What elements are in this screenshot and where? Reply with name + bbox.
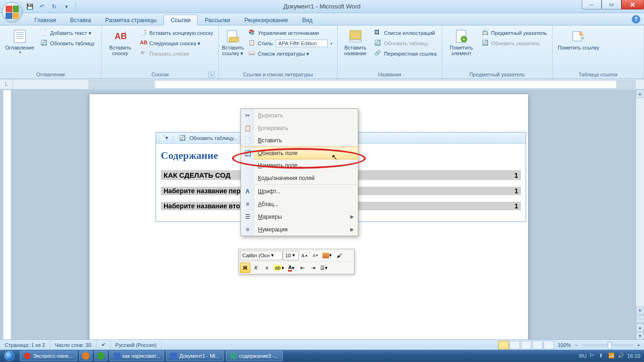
decrease-indent-button[interactable]: ⇤	[297, 263, 307, 273]
insert-caption-button[interactable]: Вставить название	[340, 27, 370, 70]
toc-select-icon[interactable]: 📄▾	[159, 135, 168, 141]
task-item[interactable]: как нарисоват...	[109, 351, 165, 361]
ctx-bullets[interactable]: ☰Маркеры▶	[241, 210, 358, 223]
insert-citation-button[interactable]: Вставить ссылку ▾	[222, 27, 244, 70]
ctx-paste[interactable]: 📄Вставить	[241, 134, 358, 147]
view-outline[interactable]	[532, 341, 543, 349]
tray-flag-icon[interactable]: 🏳	[589, 353, 596, 359]
tab-view[interactable]: Вид	[295, 15, 320, 25]
ribbon: Оглавление ▼ 📄Добавить текст ▾ 🔄Обновить…	[0, 25, 644, 79]
view-full-screen[interactable]	[510, 341, 520, 349]
svg-rect-8	[229, 37, 239, 42]
view-draft[interactable]	[544, 341, 554, 349]
toc-label: Оглавление	[5, 45, 34, 50]
ruler-corner[interactable]: L	[0, 79, 13, 89]
tab-home[interactable]: Главная	[27, 15, 63, 25]
task-item[interactable]	[94, 351, 107, 361]
tray-network-icon[interactable]: 📶	[608, 353, 615, 359]
highlight-button[interactable]: ab▾	[272, 263, 286, 273]
toc-header-label[interactable]: Обновить таблицу...	[190, 135, 238, 141]
task-item[interactable]	[79, 351, 92, 361]
grow-font-button[interactable]: A▲	[299, 250, 310, 261]
qat-customize[interactable]: ▾	[61, 1, 72, 12]
show-footnotes-button[interactable]: 👁Показать сноски	[138, 49, 215, 58]
ctx-paragraph[interactable]: ≡Абзац...	[241, 197, 358, 210]
shrink-font-button[interactable]: A▼	[310, 250, 321, 261]
group-captions-label: Названия	[340, 70, 439, 79]
help-button[interactable]: ?	[632, 15, 640, 24]
window-title: Документ1 - Microsoft Word	[0, 3, 644, 10]
ctx-toggle-codes[interactable]: Коды/значения полей	[241, 172, 358, 184]
update-index-button[interactable]: 🔄Обновить указатель	[479, 39, 549, 48]
next-footnote-button[interactable]: ABСледующая сноска ▾	[138, 39, 215, 48]
task-item[interactable]: содержание3 -...	[226, 351, 283, 361]
svg-text:1: 1	[124, 31, 126, 35]
add-text-button[interactable]: 📄Добавить текст ▾	[38, 28, 97, 38]
update-table-button[interactable]: 🔄Обновить таблицу	[38, 39, 97, 48]
qat-undo[interactable]: ↶	[37, 1, 47, 12]
bold-button[interactable]: Ж	[240, 263, 250, 273]
mini-size-combo[interactable]: 10 ▾	[283, 251, 299, 260]
format-painter-button[interactable]: 🖌	[334, 250, 344, 261]
tab-insert[interactable]: Вставка	[63, 15, 99, 25]
status-page[interactable]: Страница: 1 из 2	[0, 340, 50, 350]
toc-button[interactable]: Оглавление ▼	[3, 27, 36, 70]
horizontal-ruler[interactable]: L	[0, 79, 644, 90]
ctx-edit-field[interactable]: Изменить поле...	[241, 159, 358, 172]
office-button[interactable]	[2, 2, 23, 23]
insert-footnote-button[interactable]: AB1 Вставить сноску	[105, 27, 136, 70]
close-button[interactable]: ✕	[621, 0, 644, 9]
task-item[interactable]: Документ1 - Mi...	[166, 351, 223, 361]
mark-entry-button[interactable]: + Пометить элемент	[445, 27, 478, 70]
ctx-cut[interactable]: ✂Вырезать	[241, 109, 358, 122]
font-color-button[interactable]: A▾	[286, 263, 297, 273]
list-of-figures-button[interactable]: 🖼Список иллюстраций	[372, 28, 439, 38]
insert-endnote-button[interactable]: 📑Вставить концевую сноску	[138, 28, 215, 38]
status-words[interactable]: Число слов: 30	[50, 340, 97, 350]
mini-font-combo[interactable]: Calibri (Осн ▾	[240, 251, 282, 260]
italic-button[interactable]: К	[251, 263, 261, 273]
vertical-scrollbar[interactable]: ▲ ▼ ◦ ▲ ▼	[636, 90, 644, 341]
tray-clock[interactable]: 16:10	[627, 353, 640, 359]
footnotes-launcher[interactable]: ↘	[208, 72, 215, 78]
ctx-update-field[interactable]: 🔄Обновить поле	[240, 147, 358, 159]
maximize-button[interactable]: ▭	[602, 0, 621, 9]
ctx-font[interactable]: AШрифт...	[241, 185, 358, 197]
qat-save[interactable]: 💾	[25, 1, 35, 12]
tab-mailings[interactable]: Рассылки	[198, 15, 237, 25]
increase-indent-button[interactable]: ⇥	[308, 263, 318, 273]
minimize-button[interactable]: ─	[582, 0, 602, 9]
view-print-layout[interactable]	[498, 341, 509, 349]
tray-lang[interactable]: RU	[579, 353, 587, 359]
tray-volume-icon[interactable]: 🔊	[618, 353, 624, 359]
view-web-layout[interactable]	[521, 341, 531, 349]
bibliography-button[interactable]: 📖Список литературы ▾	[246, 49, 335, 58]
tray-updates-icon[interactable]: ⬆	[599, 353, 605, 359]
status-language[interactable]: Русский (Россия)	[111, 340, 162, 350]
zoom-level[interactable]: 100%	[558, 342, 571, 348]
update-figures-button[interactable]: 🔄Обновить таблицу	[372, 39, 439, 48]
zoom-in-button[interactable]: +	[637, 342, 640, 348]
task-item[interactable]: Экспресс-пане...	[20, 351, 77, 361]
tab-references[interactable]: Ссылки	[164, 15, 198, 25]
mini-bullets-button[interactable]: ☰▾	[319, 263, 329, 273]
ctx-copy[interactable]: 📋Копировать	[241, 122, 358, 134]
insert-index-button[interactable]: 📇Предметный указатель	[479, 28, 549, 38]
mini-styles-button[interactable]: ▾	[321, 250, 333, 261]
page[interactable]: 📄▾ │ 🔄 Обновить таблицу... Содержание КА…	[90, 94, 528, 362]
toc-update-icon[interactable]: 🔄	[179, 135, 186, 141]
citation-style[interactable]: 📋Стиль: APA Fifth Edition▾	[246, 39, 335, 48]
manage-sources-button[interactable]: 📚Управление источниками	[246, 28, 335, 38]
zoom-slider[interactable]	[582, 344, 634, 346]
mark-citation-button[interactable]: + Пометить ссылку	[555, 27, 602, 70]
tab-review[interactable]: Рецензирование	[237, 15, 295, 25]
qat-redo[interactable]: ↻	[49, 1, 59, 12]
status-proofing[interactable]: ✔	[97, 340, 111, 350]
cross-reference-button[interactable]: 🔗Перекрестная ссылка	[372, 49, 439, 58]
ctx-numbering[interactable]: ≡Нумерация▶	[241, 223, 358, 236]
vertical-ruler[interactable]	[3, 90, 11, 341]
center-button[interactable]: ≡	[262, 263, 272, 273]
tab-layout[interactable]: Разметка страницы	[98, 15, 164, 25]
zoom-out-button[interactable]: −	[575, 342, 578, 348]
start-button[interactable]	[0, 350, 19, 362]
